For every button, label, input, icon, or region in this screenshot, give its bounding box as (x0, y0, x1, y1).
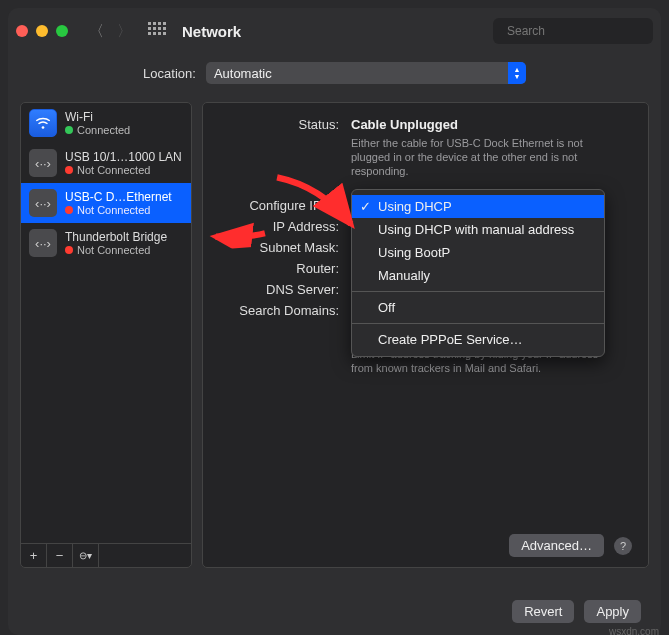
dropdown-item-using-dhcp[interactable]: Using DHCP (352, 195, 604, 218)
sidebar-item-thunderbolt[interactable]: ‹··› Thunderbolt Bridge Not Connected (21, 223, 191, 263)
zoom-icon[interactable] (56, 25, 68, 37)
field-dns-server: DNS Server: (211, 282, 339, 297)
status-dot-icon (65, 246, 73, 254)
status-label: Status: (211, 117, 339, 178)
status-note: Either the cable for USB-C Dock Ethernet… (351, 136, 611, 178)
sidebar-item-usbc-ethernet[interactable]: ‹··› USB-C D…Ethernet Not Connected (21, 183, 191, 223)
titlebar: 〈 〉 Network (8, 8, 661, 54)
sidebar-item-usb-lan[interactable]: ‹··› USB 10/1…1000 LAN Not Connected (21, 143, 191, 183)
dropdown-item-dhcp-manual[interactable]: Using DHCP with manual address (352, 218, 604, 241)
wifi-icon (29, 109, 57, 137)
interface-list-panel: Wi-Fi Connected ‹··› USB 10/1…1000 LAN N… (20, 102, 192, 568)
dropdown-item-bootp[interactable]: Using BootP (352, 241, 604, 264)
chevron-updown-icon: ▲▼ (508, 62, 526, 84)
page-title: Network (182, 23, 241, 40)
sidebar-item-label: Wi-Fi (65, 110, 130, 124)
field-router: Router: (211, 261, 339, 276)
detail-panel: Status: Cable Unplugged Either the cable… (202, 102, 649, 568)
minimize-icon[interactable] (36, 25, 48, 37)
sidebar-item-wifi[interactable]: Wi-Fi Connected (21, 103, 191, 143)
dropdown-item-manually[interactable]: Manually (352, 264, 604, 287)
close-icon[interactable] (16, 25, 28, 37)
location-label: Location: (143, 66, 196, 81)
ethernet-icon: ‹··› (29, 189, 57, 217)
configure-ipv4-dropdown[interactable]: Using DHCP Using DHCP with manual addres… (351, 189, 605, 357)
status-dot-icon (65, 206, 73, 214)
revert-button[interactable]: Revert (512, 600, 574, 623)
sidebar-item-label: USB 10/1…1000 LAN (65, 150, 182, 164)
add-interface-button[interactable]: + (21, 544, 47, 567)
svg-point-2 (42, 126, 45, 129)
location-select[interactable]: Automatic ▲▼ (206, 62, 526, 84)
dropdown-item-pppoe[interactable]: Create PPPoE Service… (352, 328, 604, 351)
dropdown-item-off[interactable]: Off (352, 296, 604, 319)
field-configure-ipv4: Configure IPv4: (211, 198, 339, 213)
location-row: Location: Automatic ▲▼ (8, 54, 661, 92)
show-all-icon[interactable] (148, 22, 166, 40)
remove-interface-button[interactable]: − (47, 544, 73, 567)
help-button[interactable]: ? (614, 537, 632, 555)
status-dot-icon (65, 166, 73, 174)
back-button[interactable]: 〈 (88, 22, 104, 41)
interface-options-button[interactable]: ⊖▾ (73, 544, 99, 567)
search-field[interactable] (493, 18, 653, 44)
ethernet-icon: ‹··› (29, 149, 57, 177)
ethernet-icon: ‹··› (29, 229, 57, 257)
apply-button[interactable]: Apply (584, 600, 641, 623)
sidebar-item-label: USB-C D…Ethernet (65, 190, 172, 204)
forward-button[interactable]: 〉 (116, 22, 132, 41)
search-input[interactable] (507, 24, 657, 38)
dropdown-separator (352, 323, 604, 324)
status-dot-icon (65, 126, 73, 134)
watermark: wsxdn.com (609, 626, 659, 635)
status-value: Cable Unplugged (351, 117, 632, 132)
window-controls (16, 25, 68, 37)
location-value: Automatic (214, 66, 272, 81)
advanced-button[interactable]: Advanced… (509, 534, 604, 557)
dropdown-separator (352, 291, 604, 292)
field-ip-address: IP Address: (211, 219, 339, 234)
field-search-domains: Search Domains: (211, 303, 339, 318)
sidebar-item-label: Thunderbolt Bridge (65, 230, 167, 244)
field-subnet-mask: Subnet Mask: (211, 240, 339, 255)
